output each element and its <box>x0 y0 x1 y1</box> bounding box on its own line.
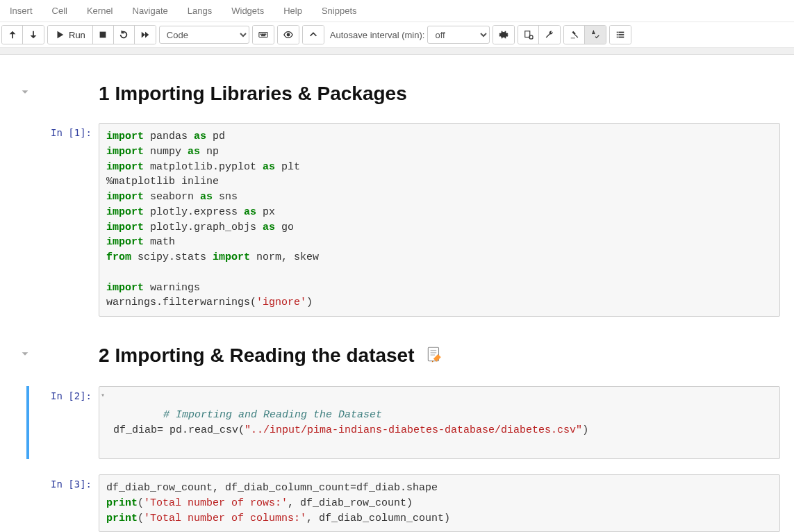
settings-button[interactable] <box>493 26 514 44</box>
autosave-interval-select[interactable]: off <box>427 26 490 44</box>
gear-icon <box>499 30 508 40</box>
heading-number: 1 <box>99 83 110 104</box>
code-cell-1: In [1]: import pandas as pd import numpy… <box>14 123 780 317</box>
heading-text: Importing & Reading the dataset <box>115 344 415 366</box>
variable-inspector-button[interactable] <box>518 26 539 44</box>
section-heading-2: 2Importing & Reading the dataset <box>99 344 780 368</box>
arrow-down-icon <box>28 30 38 40</box>
code-fold-icon[interactable]: ▾ <box>101 391 105 401</box>
cell-selection-indicator <box>26 386 29 459</box>
prompt-in-1: In [1]: <box>36 123 99 317</box>
header-spacer <box>0 48 794 55</box>
code-input-1[interactable]: import pandas as pd import numpy as np i… <box>99 123 780 317</box>
play-icon <box>55 30 65 40</box>
svg-rect-15 <box>617 37 618 38</box>
move-cell-up-button[interactable] <box>2 26 23 44</box>
svg-rect-16 <box>619 37 625 38</box>
heading-number: 2 <box>99 344 110 366</box>
cell-type-select[interactable]: Code <box>159 26 249 44</box>
menu-help[interactable]: Help <box>274 1 312 20</box>
tools-button[interactable] <box>539 26 560 44</box>
chevron-down-icon <box>20 349 30 358</box>
menu-langs[interactable]: Langs <box>178 1 222 20</box>
menu-snippets[interactable]: Snippets <box>312 1 367 20</box>
gavel-button[interactable] <box>564 26 585 44</box>
toggle-hide-button[interactable] <box>278 26 299 44</box>
menu-kernel[interactable]: Kernel <box>77 1 123 20</box>
code-cell-2: In [2]: ▾# Importing and Reading the Dat… <box>14 386 780 459</box>
inspector-icon <box>524 30 534 40</box>
interrupt-kernel-button[interactable] <box>93 26 114 44</box>
svg-point-3 <box>262 34 263 35</box>
restart-run-all-button[interactable] <box>135 26 156 44</box>
restart-kernel-button[interactable] <box>114 26 135 44</box>
edit-note-icon <box>425 345 443 368</box>
code-cell-3: In [3]: df_diab_row_count, df_diab_colum… <box>14 474 780 532</box>
notebook-area: 1Importing Libraries & Packages In [1]: … <box>0 55 794 532</box>
svg-rect-12 <box>619 32 625 33</box>
prompt-in-2: In [2]: <box>36 386 99 459</box>
heading-text: Importing Libraries & Packages <box>115 83 407 104</box>
wrench-icon <box>545 30 554 40</box>
collapse-toggle-icon[interactable] <box>20 349 30 381</box>
command-palette-button[interactable] <box>253 26 274 44</box>
svg-rect-7 <box>261 35 265 36</box>
chevron-up-icon <box>308 30 318 40</box>
menu-navigate[interactable]: Navigate <box>123 1 178 20</box>
menu-insert[interactable]: Insert <box>0 1 42 20</box>
code-input-3[interactable]: df_diab_row_count, df_diab_column_count=… <box>99 474 780 532</box>
svg-point-4 <box>263 34 263 35</box>
heading-cell-1: 1Importing Libraries & Packages <box>14 83 780 117</box>
gavel-icon <box>570 30 579 40</box>
autosave-label: Autosave interval (min): <box>330 30 425 40</box>
svg-rect-11 <box>617 32 618 33</box>
spellcheck-icon <box>590 30 600 40</box>
chevron-down-icon <box>20 87 30 97</box>
svg-point-8 <box>287 33 290 36</box>
toolbar: Run Code Autosave interval (min): off <box>0 22 794 48</box>
svg-rect-13 <box>617 34 618 35</box>
prompt-in-3: In [3]: <box>36 474 99 532</box>
menu-widgets[interactable]: Widgets <box>222 1 274 20</box>
svg-point-6 <box>265 34 266 35</box>
svg-point-5 <box>264 34 265 35</box>
heading-cell-2: 2Importing & Reading the dataset <box>14 344 780 381</box>
list-icon <box>615 30 625 40</box>
fast-forward-icon <box>140 30 150 40</box>
svg-point-2 <box>260 34 261 35</box>
run-cell-button[interactable]: Run <box>48 26 93 44</box>
collapse-toggle-icon[interactable] <box>20 87 30 117</box>
move-cell-down-button[interactable] <box>23 26 44 44</box>
restart-icon <box>119 30 129 40</box>
menu-cell[interactable]: Cell <box>42 1 77 20</box>
go-to-top-button[interactable] <box>303 26 324 44</box>
table-of-contents-button[interactable] <box>610 26 631 44</box>
menubar: Insert Cell Kernel Navigate Langs Widget… <box>0 0 794 22</box>
svg-rect-0 <box>100 32 106 38</box>
code-input-2[interactable]: ▾# Importing and Reading the Dataset df_… <box>99 386 780 459</box>
section-heading-1: 1Importing Libraries & Packages <box>99 83 780 105</box>
svg-rect-14 <box>619 34 625 35</box>
arrow-up-icon <box>8 30 17 40</box>
eye-icon <box>283 30 293 40</box>
run-label: Run <box>69 30 85 40</box>
spellcheck-button[interactable] <box>585 26 606 44</box>
keyboard-icon <box>258 30 268 40</box>
stop-icon <box>98 30 108 40</box>
